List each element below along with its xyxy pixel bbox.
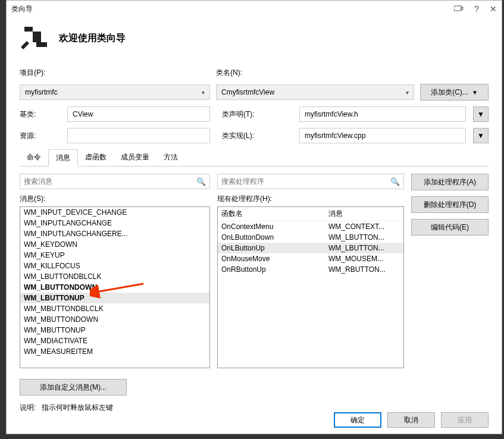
label-handlers: 现有处理程序(H): [217, 194, 404, 204]
list-item[interactable]: WM_KEYUP [20, 250, 209, 261]
chevron-down-icon: ▾ [202, 89, 205, 96]
table-row[interactable]: OnLButtonDownWM_LBUTTON... [218, 232, 403, 243]
window-title: 类向导 [11, 4, 454, 14]
handler-listbox[interactable]: 函数名 消息 OnContextMenuWM_CONTEXT...OnLButt… [217, 206, 404, 368]
svg-marker-2 [24, 27, 41, 36]
list-item[interactable]: WM_KILLFOCUS [20, 261, 209, 271]
search-messages[interactable]: 🔍 [20, 174, 210, 189]
classimpl-field[interactable]: myfisrtmfcView.cpp [299, 128, 466, 143]
add-custom-msg-button[interactable]: 添加自定义消息(M)... [20, 379, 127, 396]
form-area: 项目(P): 类名(N): myfisrtmfc ▾ CmyfisrtmfcVi… [7, 68, 502, 167]
table-row[interactable]: OnLButtonUpWM_LBUTTON... [218, 243, 403, 253]
search-messages-input[interactable] [24, 177, 196, 186]
add-handler-button[interactable]: 添加处理程序(A) [411, 174, 489, 190]
col-func-header: 函数名 [221, 209, 328, 219]
baseclass-field[interactable]: CView [67, 106, 210, 122]
resource-field[interactable] [67, 128, 210, 143]
label-baseclass: 基类: [20, 109, 61, 120]
description-label: 说明: [20, 403, 36, 412]
list-item[interactable]: WM_LBUTTONDOWN [20, 282, 209, 293]
label-resource: 资源: [20, 131, 61, 141]
chevron-down-icon: ▾ [406, 89, 409, 96]
titlebar-unknown-icon[interactable] [454, 4, 464, 14]
table-row[interactable]: OnMouseMoveWM_MOUSEM... [218, 253, 403, 264]
wizard-title: 欢迎使用类向导 [59, 32, 126, 45]
delete-handler-button[interactable]: 删除处理程序(D) [411, 196, 489, 213]
help-icon[interactable]: ? [474, 4, 479, 14]
list-item[interactable]: WM_MBUTTONDBLCLK [20, 303, 209, 314]
label-classname: 类名(N): [216, 68, 242, 78]
tab-method[interactable]: 方法 [156, 149, 185, 166]
list-item[interactable]: WM_INPUT_DEVICE_CHANGE [20, 207, 209, 218]
chevron-down-icon: ▼ [472, 89, 478, 96]
left-panel: 🔍 消息(S): WM_INPUT_DEVICE_CHANGEWM_INPUTL… [20, 174, 210, 368]
list-item[interactable]: WM_MEASUREITEM [20, 346, 209, 357]
titlebar-controls: ? ✕ [454, 4, 497, 14]
ok-button[interactable]: 确定 [334, 412, 381, 428]
classdecl-field[interactable]: myfisrtmfcView.h [299, 106, 466, 122]
description: 说明: 指示何时释放鼠标左键 [20, 403, 489, 413]
tab-member[interactable]: 成员变量 [114, 149, 156, 166]
chevron-down-icon: ▼ [477, 131, 484, 140]
side-panel: 添加处理程序(A) 删除处理程序(D) 编辑代码(E) [411, 174, 489, 368]
classname-combo[interactable]: CmyfisrtmfcView ▾ [216, 84, 414, 100]
list-item[interactable]: WM_INPUTLANGCHANGE [20, 218, 209, 228]
message-listbox[interactable]: WM_INPUT_DEVICE_CHANGEWM_INPUTLANGCHANGE… [20, 206, 210, 368]
tab-command[interactable]: 命令 [20, 149, 48, 166]
add-class-button[interactable]: 添加类(C)... ▼ [420, 84, 489, 101]
classdecl-dropdown[interactable]: ▼ [473, 106, 489, 122]
right-panel: 🔍 现有处理程序(H): 函数名 消息 OnContextMenuWM_CONT… [217, 174, 404, 368]
footer: 确定 取消 应用 [334, 412, 489, 428]
classname-value: CmyfisrtmfcView [221, 88, 406, 96]
handler-header: 函数名 消息 [218, 207, 403, 221]
bottom-section: 添加自定义消息(M)... 说明: 指示何时释放鼠标左键 [7, 374, 502, 418]
list-item[interactable]: WM_MBUTTONDOWN [20, 314, 209, 325]
label-messages: 消息(S): [20, 194, 210, 204]
search-handlers-input[interactable] [221, 177, 390, 186]
svg-rect-1 [461, 7, 463, 10]
col-msg-header: 消息 [328, 209, 400, 219]
header: 欢迎使用类向导 [7, 17, 502, 68]
list-item[interactable]: WM_MBUTTONUP [20, 325, 209, 335]
tab-virtual[interactable]: 虚函数 [78, 149, 114, 166]
tab-message[interactable]: 消息 [48, 149, 78, 167]
table-row[interactable]: OnContextMenuWM_CONTEXT... [218, 221, 403, 232]
list-item[interactable]: WM_LBUTTONUP [20, 293, 209, 303]
list-item[interactable]: WM_INPUTLANGCHANGERE... [20, 228, 209, 239]
search-handlers[interactable]: 🔍 [217, 174, 404, 189]
svg-marker-3 [33, 36, 47, 47]
label-classdecl: 类声明(T): [222, 109, 293, 120]
class-wizard-dialog: 类向导 ? ✕ 欢迎使用类向导 项目(P): 类名(N): myfisrtmfc… [6, 0, 502, 434]
label-classimpl: 类实现(L): [222, 131, 293, 141]
description-text: 指示何时释放鼠标左键 [42, 403, 113, 412]
project-value: myfisrtmfc [25, 88, 202, 96]
label-project: 项目(P): [20, 68, 210, 78]
list-item[interactable]: WM_MDIACTIVATE [20, 335, 209, 346]
svg-rect-0 [454, 6, 461, 11]
cancel-button[interactable]: 取消 [387, 412, 435, 428]
list-item[interactable]: WM_LBUTTONDBLCLK [20, 271, 209, 282]
wizard-icon [18, 23, 47, 54]
apply-button[interactable]: 应用 [441, 412, 489, 428]
table-row[interactable]: OnRButtonUpWM_RBUTTON... [218, 264, 403, 275]
classimpl-dropdown[interactable]: ▼ [473, 128, 489, 143]
edit-code-button[interactable]: 编辑代码(E) [411, 219, 489, 236]
main-panel: 🔍 消息(S): WM_INPUT_DEVICE_CHANGEWM_INPUTL… [7, 167, 502, 374]
close-icon[interactable]: ✕ [490, 4, 497, 14]
list-item[interactable]: WM_KEYDOWN [20, 239, 209, 250]
tabs: 命令 消息 虚函数 成员变量 方法 [20, 149, 489, 167]
search-icon: 🔍 [196, 177, 206, 186]
chevron-down-icon: ▼ [477, 110, 484, 118]
project-combo[interactable]: myfisrtmfc ▾ [20, 84, 210, 100]
search-icon: 🔍 [390, 177, 400, 186]
titlebar: 类向导 ? ✕ [7, 1, 502, 17]
